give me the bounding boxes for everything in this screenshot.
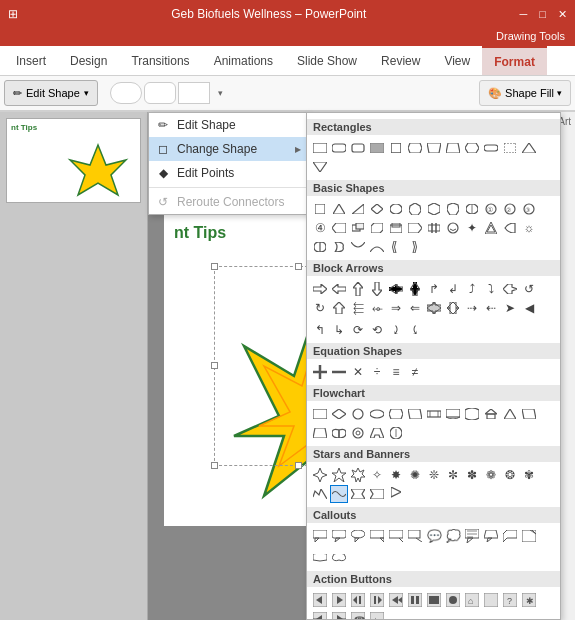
shape-item[interactable]: ⬱ (349, 299, 367, 317)
shape-item[interactable] (349, 527, 367, 545)
shape-item[interactable] (406, 238, 424, 256)
shape-item[interactable]: ⇢ (463, 299, 481, 317)
shape-item[interactable] (368, 424, 386, 442)
shape-item[interactable] (444, 405, 462, 423)
shape-item[interactable] (368, 485, 386, 503)
shape-item[interactable] (349, 591, 367, 609)
shape-item[interactable]: ↱ (425, 280, 443, 298)
shape-item[interactable]: ✼ (444, 466, 462, 484)
shape-item[interactable] (444, 299, 462, 317)
shape-item[interactable]: ↰ (311, 321, 329, 339)
shape-item[interactable] (444, 591, 462, 609)
shape-item[interactable] (330, 299, 348, 317)
shape-item[interactable]: ? (501, 591, 519, 609)
shape-item[interactable] (368, 405, 386, 423)
shape-item[interactable]: ↺ (520, 280, 538, 298)
shape-item[interactable] (368, 200, 386, 218)
shape-item[interactable]: ÷ (368, 363, 386, 381)
shape-item[interactable] (425, 299, 443, 317)
shape-item[interactable]: ↲ (444, 280, 462, 298)
shape-item[interactable]: ② (501, 200, 519, 218)
shape-item[interactable] (368, 527, 386, 545)
shape-fill-button[interactable]: 🎨 Shape Fill ▾ (479, 80, 571, 106)
shape-item[interactable] (349, 280, 367, 298)
shape-item[interactable] (482, 219, 500, 237)
shape-item[interactable] (482, 527, 500, 545)
shape-item[interactable] (349, 139, 367, 157)
shape-item[interactable] (330, 591, 348, 609)
shape-picker-panel[interactable]: Rectangles Basic Shapes (306, 112, 561, 620)
shape-item[interactable] (311, 405, 329, 423)
shape-item[interactable]: ⤹ (406, 321, 424, 339)
shape-item[interactable]: ⬰ (368, 299, 386, 317)
shape-item[interactable] (330, 363, 348, 381)
shape-item[interactable] (425, 591, 443, 609)
shape-item[interactable]: ⇠ (482, 299, 500, 317)
tab-insert[interactable]: Insert (4, 46, 58, 75)
shape-item[interactable]: ⇒ (387, 299, 405, 317)
shape-item[interactable] (387, 238, 405, 256)
shape-item[interactable]: ➤ (501, 299, 519, 317)
shape-item[interactable] (368, 139, 386, 157)
toolbar-shape-1[interactable] (110, 82, 142, 104)
shape-item[interactable] (501, 527, 519, 545)
close-button[interactable]: ✕ (558, 8, 567, 21)
shape-item[interactable] (330, 200, 348, 218)
dropdown-item-change-shape[interactable]: ◻ Change Shape (149, 137, 307, 161)
shape-item[interactable] (330, 238, 348, 256)
shape-item[interactable] (387, 485, 405, 503)
window-controls[interactable]: ─ □ ✕ (520, 8, 567, 21)
shape-item[interactable] (444, 139, 462, 157)
shape-item[interactable] (368, 219, 386, 237)
shape-item[interactable] (368, 238, 386, 256)
shape-item[interactable] (311, 466, 329, 484)
shape-item[interactable]: 💬 (425, 527, 443, 545)
shape-item[interactable] (406, 527, 424, 545)
shape-item[interactable]: ⤵ (482, 280, 500, 298)
shape-item[interactable]: ◀ (520, 299, 538, 317)
tab-format[interactable]: Format (482, 46, 547, 75)
shape-item[interactable] (349, 200, 367, 218)
shape-item[interactable]: ✾ (520, 466, 538, 484)
shape-item[interactable] (444, 219, 462, 237)
shape-item[interactable] (520, 139, 538, 157)
shape-item[interactable] (482, 139, 500, 157)
shape-item[interactable] (311, 238, 329, 256)
tab-animations[interactable]: Animations (202, 46, 285, 75)
shape-item[interactable] (330, 424, 348, 442)
shape-item[interactable] (311, 363, 329, 381)
shape-item[interactable] (387, 405, 405, 423)
shape-item[interactable] (330, 405, 348, 423)
shape-item[interactable] (311, 200, 329, 218)
shape-item[interactable]: ⤸ (387, 321, 405, 339)
shape-item[interactable] (520, 527, 538, 545)
shape-item[interactable] (387, 424, 405, 442)
tab-slideshow[interactable]: Slide Show (285, 46, 369, 75)
shape-item[interactable] (444, 200, 462, 218)
toolbar-shape-2[interactable] (144, 82, 176, 104)
shape-item[interactable] (330, 527, 348, 545)
tab-view[interactable]: View (432, 46, 482, 75)
shape-item[interactable] (406, 591, 424, 609)
shape-item[interactable] (482, 591, 500, 609)
shape-item[interactable] (463, 139, 481, 157)
shape-item[interactable]: ④ (311, 219, 329, 237)
shape-item[interactable]: ⟲ (368, 321, 386, 339)
shape-item[interactable] (330, 280, 348, 298)
shape-item[interactable]: ✱ (520, 591, 538, 609)
shape-item[interactable]: ✸ (387, 466, 405, 484)
shape-item[interactable] (520, 405, 538, 423)
shape-item[interactable] (501, 280, 519, 298)
tab-transitions[interactable]: Transitions (119, 46, 201, 75)
shape-item[interactable]: ☎ (349, 610, 367, 620)
shape-item[interactable] (387, 139, 405, 157)
shape-item[interactable] (311, 424, 329, 442)
shape-item[interactable]: ✕ (349, 363, 367, 381)
shape-item[interactable] (425, 219, 443, 237)
shape-item[interactable] (311, 280, 329, 298)
shape-item[interactable]: ❁ (482, 466, 500, 484)
shape-item[interactable] (425, 405, 443, 423)
shape-item[interactable]: ♪ (368, 610, 386, 620)
shape-item[interactable] (311, 485, 329, 503)
shape-item[interactable] (311, 527, 329, 545)
